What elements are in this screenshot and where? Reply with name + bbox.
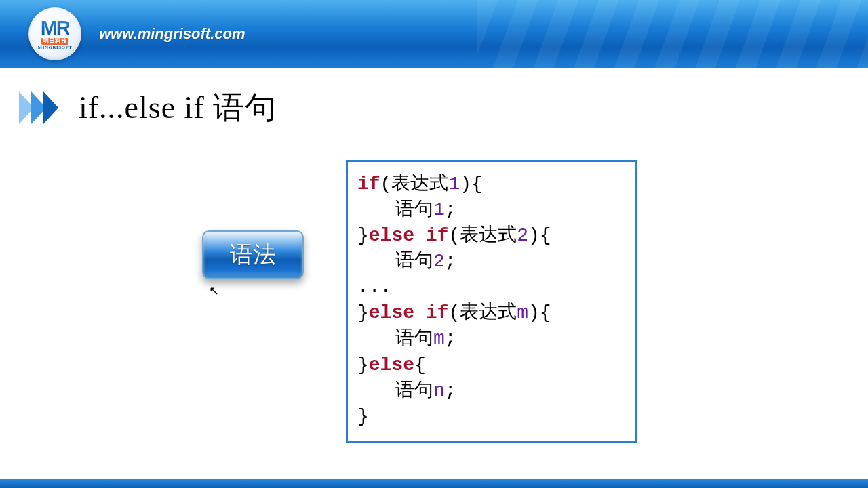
logo-chinese: 明日科技 <box>41 38 68 45</box>
content-area: 语法 ↖ if(表达式1){ 语句1; }else if(表达式2){ 语句2;… <box>0 129 868 481</box>
code-line-10: } <box>357 404 626 430</box>
code-line-4: 语句2; <box>357 249 626 274</box>
code-line-7: 语句m; <box>357 326 626 352</box>
logo-roman: MINGRISOFT <box>38 45 73 50</box>
code-line-5: ... <box>357 274 626 300</box>
top-header: MR 明日科技 MINGRISOFT www.mingrisoft.com <box>0 0 868 68</box>
logo-initials: MR <box>41 18 70 38</box>
syntax-button-label: 语法 <box>230 239 276 270</box>
header-decor <box>477 0 868 68</box>
cursor-icon: ↖ <box>209 283 219 298</box>
footer-band <box>0 479 868 488</box>
page-title: if...else if 语句 <box>79 87 277 129</box>
code-line-1: if(表达式1){ <box>357 171 626 197</box>
site-url: www.mingrisoft.com <box>99 25 245 43</box>
code-line-2: 语句1; <box>357 197 626 223</box>
syntax-button[interactable]: 语法 <box>202 230 304 279</box>
code-line-6: }else if(表达式m){ <box>357 300 626 326</box>
code-line-9: 语句n; <box>357 378 626 404</box>
brand-logo: MR 明日科技 MINGRISOFT <box>28 7 81 60</box>
title-row: if...else if 语句 <box>19 87 868 129</box>
code-line-8: }else{ <box>357 352 626 378</box>
code-line-3: }else if(表达式2){ <box>357 223 626 249</box>
code-box: if(表达式1){ 语句1; }else if(表达式2){ 语句2; ... … <box>346 160 637 443</box>
chevron-icon <box>19 92 56 124</box>
